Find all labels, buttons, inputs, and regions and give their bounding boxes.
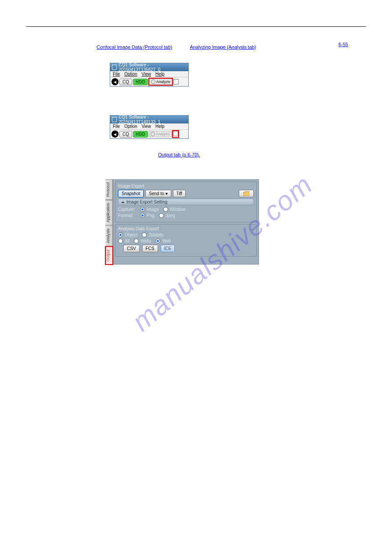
- tiff-button[interactable]: Tiff: [173, 190, 186, 197]
- highlight-checkbox: [173, 131, 179, 138]
- radio-well[interactable]: [155, 239, 160, 243]
- radio-format-png[interactable]: [140, 213, 145, 218]
- row-export-buttons: Snapshot Send to ▾ Tiff: [118, 190, 254, 197]
- menu-help[interactable]: Help: [155, 124, 165, 129]
- back-button[interactable]: ◄: [111, 78, 119, 85]
- radio-format-jpeg[interactable]: [159, 213, 164, 218]
- format-label: Format:: [118, 213, 138, 218]
- hdd-button[interactable]: HDD: [133, 79, 148, 85]
- analyze-chip-disabled: Analyze: [149, 131, 172, 137]
- analyze-chip[interactable]: Analyze: [149, 79, 172, 85]
- cq-button[interactable]: CQ: [119, 79, 132, 85]
- app-window-analyze-enabled: CQ1 Software - 20150413T135827_0 File Op…: [110, 63, 189, 87]
- radio-capture-image[interactable]: [140, 207, 145, 212]
- divider-top: [26, 26, 366, 27]
- link-analyzing-image[interactable]: Analyzing Image (Analysis tab): [190, 44, 256, 50]
- cq-button[interactable]: CQ: [119, 131, 132, 138]
- ice-button[interactable]: ICE: [161, 245, 175, 252]
- group-title-image-export: Image Export: [118, 184, 254, 189]
- toolbar: ◄ CQ HDD Analyze: [110, 77, 188, 86]
- window-title: CQ1 Software - 20150413T140133_1: [119, 115, 187, 124]
- tab-application[interactable]: Application: [105, 200, 113, 225]
- link-output-tab[interactable]: Output tab (p.6-70).: [158, 152, 200, 157]
- radio-capture-window[interactable]: [163, 207, 168, 212]
- menu-option[interactable]: Option: [124, 124, 137, 129]
- window-title: CQ1 Software - 20150413T135827_0: [119, 62, 187, 72]
- back-button[interactable]: ◄: [111, 131, 119, 138]
- app-icon: [112, 117, 117, 122]
- menu-option[interactable]: Option: [124, 72, 137, 76]
- chevron-up-icon: [121, 201, 125, 203]
- analyze-label: Analyze: [156, 132, 170, 136]
- titlebar: CQ1 Software - 20150413T140133_1: [110, 116, 188, 123]
- open-folder-button[interactable]: [239, 190, 254, 197]
- image-export-setting-header[interactable]: Image Export Setting: [118, 199, 254, 205]
- side-tabs: Protocol Application Analysis Output: [105, 179, 113, 265]
- titlebar: CQ1 Software - 20150413T135827_0: [110, 63, 188, 71]
- checkbox-toggle[interactable]: [173, 79, 179, 84]
- toolbar: ◄ CQ HDD Analyze: [110, 129, 188, 138]
- output-panel: Protocol Application Analysis Output Ima…: [105, 179, 259, 265]
- radio-label-window: Window: [170, 207, 186, 212]
- radio-statistic[interactable]: [142, 232, 147, 237]
- checkbox-toggle[interactable]: [173, 131, 178, 136]
- radio-label-jpeg: Jpeg: [165, 213, 175, 218]
- link-confocal-image[interactable]: Confocal Image Data (Protocol tab): [97, 44, 172, 50]
- highlight-analyze: Analyze: [149, 78, 173, 85]
- analyze-radio-icon: [151, 132, 155, 136]
- row-format: Format: Png Jpeg: [118, 213, 254, 218]
- radio-label-statistic: Statistic: [148, 232, 164, 237]
- radio-label-wells: Wells: [140, 239, 151, 243]
- analyze-label: Analyze: [156, 80, 170, 84]
- row-object-stat: Object Statistic: [118, 232, 254, 237]
- menu-help[interactable]: Help: [155, 72, 165, 76]
- radio-label-well: Well: [162, 239, 170, 243]
- menu-file[interactable]: File: [113, 124, 120, 129]
- analyze-radio-icon: [151, 80, 155, 84]
- row-capture: Capture: Image Window: [118, 207, 254, 212]
- radio-all[interactable]: [118, 239, 123, 243]
- fcs-button[interactable]: FCS: [142, 245, 158, 252]
- page-reference-link[interactable]: 6-55: [338, 42, 348, 47]
- menu-view[interactable]: View: [142, 124, 151, 129]
- tab-output[interactable]: Output: [105, 247, 113, 265]
- group-analysis-export: Analysis Data Export Object Statistic Al…: [115, 224, 257, 257]
- row-scope: All Wells Well: [118, 239, 254, 243]
- tab-protocol[interactable]: Protocol: [105, 179, 113, 200]
- tab-analysis[interactable]: Analysis: [105, 225, 113, 247]
- setting-header-label: Image Export Setting: [126, 200, 167, 204]
- sendto-button[interactable]: Send to ▾: [145, 190, 171, 197]
- menu-file[interactable]: File: [113, 72, 120, 76]
- radio-label-image: Image: [147, 207, 159, 212]
- group-image-export: Image Export Snapshot Send to ▾ Tiff Ima…: [115, 181, 257, 222]
- folder-icon: [243, 191, 249, 196]
- menu-view[interactable]: View: [142, 72, 151, 76]
- radio-label-object: Object: [125, 232, 137, 237]
- group-title-analysis-export: Analysis Data Export: [118, 226, 254, 231]
- row-export-format-buttons: CSV FCS ICE: [123, 245, 254, 252]
- toc-links: Confocal Image Data (Protocol tab) Analy…: [97, 44, 366, 50]
- snapshot-button[interactable]: Snapshot: [118, 190, 144, 197]
- app-window-analyze-disabled: CQ1 Software - 20150413T140133_1 File Op…: [110, 115, 189, 139]
- hdd-button[interactable]: HDD: [133, 131, 148, 138]
- radio-wells[interactable]: [134, 239, 139, 243]
- radio-object[interactable]: [118, 232, 123, 237]
- csv-button[interactable]: CSV: [123, 245, 140, 252]
- panel-body: Image Export Snapshot Send to ▾ Tiff Ima…: [113, 179, 259, 265]
- section-link-output: Output tab (p.6-70).: [158, 152, 366, 157]
- capture-label: Capture:: [118, 207, 138, 212]
- radio-label-png: Png: [147, 213, 155, 218]
- radio-label-all: All: [125, 239, 129, 243]
- app-icon: [112, 65, 117, 70]
